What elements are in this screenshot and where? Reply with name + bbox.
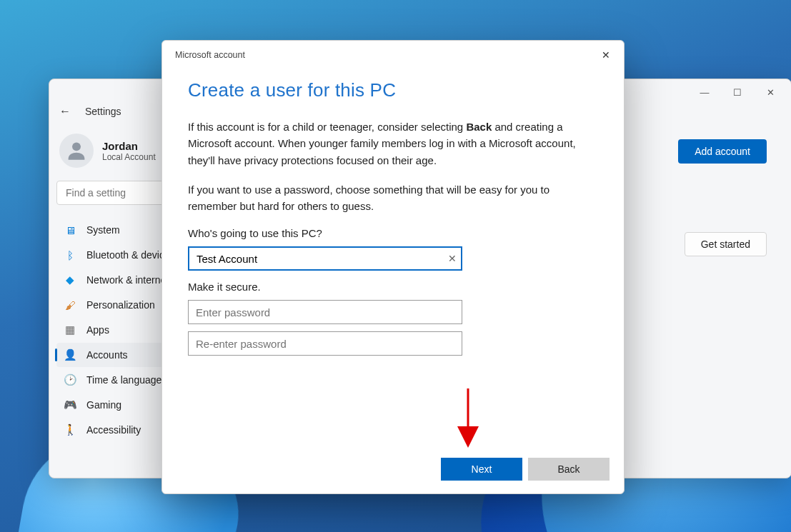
gaming-icon: 🎮 bbox=[64, 398, 76, 411]
sidebar-item-label: Time & language bbox=[86, 374, 161, 386]
add-account-button[interactable]: Add account bbox=[678, 139, 767, 164]
sidebar-item-label: Accessibility bbox=[86, 424, 141, 436]
back-arrow-icon[interactable]: ← bbox=[59, 105, 71, 118]
dialog-paragraph-1: If this account is for a child or teenag… bbox=[188, 119, 598, 169]
svg-point-0 bbox=[72, 142, 81, 151]
sidebar-item-label: System bbox=[86, 224, 120, 236]
network-internet-icon: ◆ bbox=[64, 273, 76, 286]
dialog-close-button[interactable]: ✕ bbox=[595, 46, 617, 64]
personalization-icon: 🖌 bbox=[64, 298, 76, 311]
accounts-icon: 👤 bbox=[64, 348, 76, 361]
dialog-paragraph-2: If you want to use a password, choose so… bbox=[188, 181, 598, 215]
next-button[interactable]: Next bbox=[441, 458, 522, 481]
dialog-heading: Create a user for this PC bbox=[188, 79, 598, 101]
sidebar-item-label: Personalization bbox=[86, 299, 155, 311]
close-window-button[interactable]: ✕ bbox=[754, 81, 787, 104]
sidebar-item-label: Gaming bbox=[86, 399, 121, 411]
password-input[interactable] bbox=[188, 300, 462, 324]
user-account-type: Local Account bbox=[102, 152, 156, 162]
sidebar-item-label: Network & internet bbox=[86, 274, 169, 286]
username-input[interactable] bbox=[188, 246, 462, 271]
sidebar-item-label: Apps bbox=[86, 324, 109, 336]
clear-input-icon[interactable]: ✕ bbox=[448, 253, 457, 264]
username-label: Who's going to use this PC? bbox=[188, 227, 598, 239]
dialog-footer: Next Back bbox=[162, 446, 624, 493]
apps-icon: ▦ bbox=[64, 323, 76, 336]
minimize-button[interactable]: — bbox=[688, 81, 721, 104]
time-language-icon: 🕑 bbox=[64, 373, 76, 386]
dialog-titlebar: Microsoft account ✕ bbox=[162, 41, 624, 69]
avatar bbox=[59, 134, 94, 168]
create-user-dialog: Microsoft account ✕ Create a user for th… bbox=[161, 40, 625, 494]
maximize-button[interactable]: ☐ bbox=[721, 81, 754, 104]
password-confirm-input[interactable] bbox=[188, 331, 462, 356]
person-icon bbox=[64, 139, 89, 163]
bluetooth-devices-icon: ᛒ bbox=[64, 249, 76, 261]
user-display-name: Jordan bbox=[102, 140, 156, 152]
secure-label: Make it secure. bbox=[188, 281, 598, 293]
accessibility-icon: 🚶 bbox=[64, 423, 76, 436]
system-icon: 🖥 bbox=[64, 224, 76, 236]
get-started-button[interactable]: Get started bbox=[685, 232, 767, 256]
back-button[interactable]: Back bbox=[528, 458, 610, 481]
dialog-title: Microsoft account bbox=[175, 50, 245, 60]
sidebar-item-label: Accounts bbox=[86, 349, 128, 361]
settings-title: Settings bbox=[85, 106, 121, 117]
